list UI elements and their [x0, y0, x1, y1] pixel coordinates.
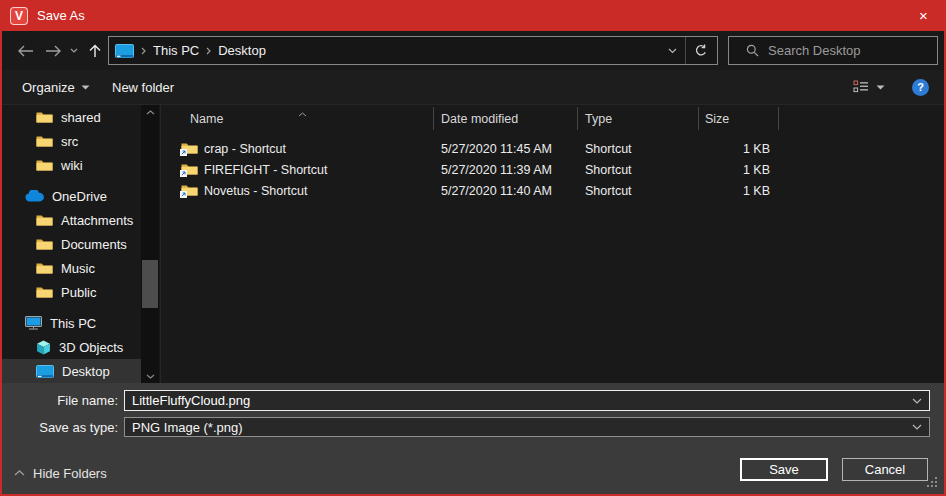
sidebar-item-wiki[interactable]: wiki — [2, 153, 141, 177]
sidebar-item-music[interactable]: Music — [2, 256, 141, 280]
titlebar: V Save As × — [0, 0, 946, 31]
file-type: Shortcut — [578, 184, 699, 198]
file-list: Name Date modified Type Size crap - Shor… — [161, 105, 944, 383]
help-button[interactable]: ? — [912, 70, 929, 104]
close-icon[interactable]: × — [901, 0, 946, 31]
up-button[interactable] — [85, 31, 105, 70]
save-as-type-select[interactable]: PNG Image (*.png) — [124, 417, 930, 437]
scroll-down-icon[interactable] — [141, 369, 159, 383]
organize-button[interactable]: Organize — [22, 70, 90, 104]
file-name-input[interactable] — [124, 390, 930, 411]
shortcut-arrow-overlay-icon — [180, 149, 187, 156]
sidebar-item-documents[interactable]: Documents — [2, 232, 141, 256]
folder-icon — [36, 238, 53, 251]
file-row[interactable]: crap - Shortcut 5/27/2020 11:45 AM Short… — [161, 138, 944, 159]
column-headers: Name Date modified Type Size — [161, 105, 944, 130]
folder-icon — [36, 286, 53, 299]
chevron-down-icon[interactable] — [912, 398, 922, 404]
address-dropdown-icon[interactable] — [668, 48, 677, 54]
folder-icon — [36, 135, 53, 148]
new-folder-button[interactable]: New folder — [112, 70, 174, 104]
column-header-date-modified[interactable]: Date modified — [434, 107, 578, 130]
sort-ascending-icon — [298, 106, 307, 120]
up-arrow-icon — [88, 44, 102, 58]
sidebar-item-public[interactable]: Public — [2, 280, 141, 304]
file-row[interactable]: Novetus - Shortcut 5/27/2020 11:40 AM Sh… — [161, 180, 944, 201]
address-bar[interactable]: This PC Desktop — [108, 36, 718, 65]
search-input[interactable] — [768, 43, 918, 58]
main-content: shared src wiki OneDrive Attachments D — [2, 105, 944, 383]
computer-icon — [25, 316, 42, 330]
file-size: 1 KB — [699, 163, 779, 177]
sidebar-item-this-pc[interactable]: This PC — [2, 311, 141, 335]
sidebar-item-label: Music — [61, 261, 95, 276]
3d-cube-icon — [36, 340, 51, 355]
sidebar-item-onedrive[interactable]: OneDrive — [2, 184, 141, 208]
folder-tree-sidebar: shared src wiki OneDrive Attachments D — [2, 105, 141, 383]
file-name-label: File name: — [2, 393, 124, 408]
shortcut-arrow-overlay-icon — [180, 170, 187, 177]
back-button[interactable] — [12, 31, 38, 70]
file-size: 1 KB — [699, 142, 779, 156]
file-row[interactable]: FIREFIGHT - Shortcut 5/27/2020 11:39 AM … — [161, 159, 944, 180]
folder-icon — [36, 214, 53, 227]
refresh-icon[interactable] — [694, 44, 708, 58]
sidebar-item-label: Documents — [61, 237, 127, 252]
column-header-type[interactable]: Type — [578, 107, 699, 130]
file-date-modified: 5/27/2020 11:40 AM — [434, 184, 578, 198]
organize-label: Organize — [22, 80, 75, 95]
sidebar-spacer — [2, 177, 141, 184]
chevron-down-icon — [81, 85, 90, 90]
file-name: FIREFIGHT - Shortcut — [204, 163, 327, 177]
file-type: Shortcut — [578, 163, 699, 177]
sidebar-item-label: 3D Objects — [59, 340, 123, 355]
folder-icon — [36, 159, 53, 172]
scrollbar-thumb[interactable] — [142, 260, 158, 308]
desktop-location-icon — [115, 44, 134, 58]
cancel-button[interactable]: Cancel — [842, 458, 928, 481]
breadcrumb-this-pc[interactable]: This PC — [153, 43, 199, 58]
sidebar-item-label: Public — [61, 285, 96, 300]
help-icon: ? — [912, 79, 929, 96]
sidebar-item-label: shared — [61, 110, 101, 125]
view-options-dropdown[interactable] — [876, 70, 885, 104]
sidebar-item-attachments[interactable]: Attachments — [2, 208, 141, 232]
chevron-down-icon — [876, 85, 885, 90]
folder-icon — [36, 111, 53, 124]
breadcrumb-chevron-icon — [141, 47, 146, 55]
recent-locations-button[interactable] — [66, 31, 82, 70]
save-button[interactable]: Save — [740, 458, 828, 481]
sidebar-item-desktop[interactable]: Desktop — [2, 359, 141, 383]
scroll-up-icon[interactable] — [141, 105, 159, 119]
save-as-type-label: Save as type: — [2, 420, 124, 435]
file-date-modified: 5/27/2020 11:45 AM — [434, 142, 578, 156]
file-size: 1 KB — [699, 184, 779, 198]
forward-button[interactable] — [40, 31, 66, 70]
breadcrumb-desktop[interactable]: Desktop — [218, 43, 266, 58]
sidebar-item-shared[interactable]: shared — [2, 105, 141, 129]
sidebar-item-label: This PC — [50, 316, 96, 331]
view-options-button[interactable] — [853, 70, 869, 104]
hide-folders-button[interactable]: Hide Folders — [14, 463, 107, 483]
file-date-modified: 5/27/2020 11:39 AM — [434, 163, 578, 177]
chevron-down-icon[interactable] — [912, 424, 922, 430]
sidebar-item-label: wiki — [61, 158, 83, 173]
sidebar-spacer — [2, 304, 141, 311]
resize-grip[interactable] — [927, 477, 939, 489]
file-name: Novetus - Shortcut — [204, 184, 308, 198]
chevron-down-icon — [70, 48, 78, 53]
shortcut-folder-icon — [181, 184, 198, 197]
column-header-size[interactable]: Size — [699, 107, 779, 130]
save-as-type-value: PNG Image (*.png) — [132, 420, 243, 435]
sidebar-item-3d-objects[interactable]: 3D Objects — [2, 335, 141, 359]
shortcut-folder-icon — [181, 142, 198, 155]
shortcut-folder-icon — [181, 163, 198, 176]
sidebar-scrollbar[interactable] — [141, 105, 159, 383]
file-name: crap - Shortcut — [204, 142, 286, 156]
sidebar-item-label: OneDrive — [52, 189, 107, 204]
new-folder-label: New folder — [112, 80, 174, 95]
folder-icon — [36, 262, 53, 275]
search-box[interactable] — [728, 36, 938, 65]
navigation-bar: This PC Desktop — [2, 31, 944, 70]
sidebar-item-src[interactable]: src — [2, 129, 141, 153]
